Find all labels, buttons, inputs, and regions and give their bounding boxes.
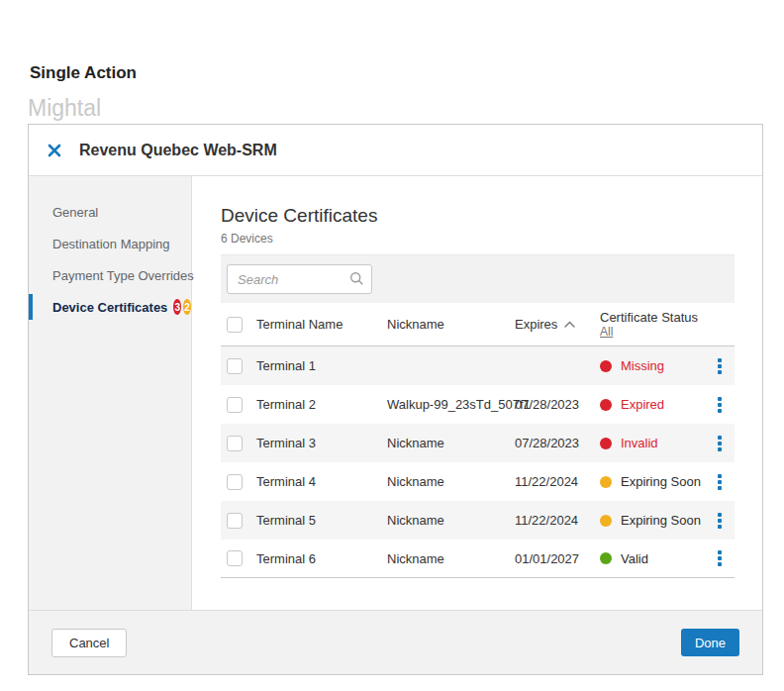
sidebar-item-label: Payment Type Overrides — [52, 268, 194, 283]
expires-date: 11/22/2024 — [515, 513, 600, 528]
table-row: Terminal 1 Missing — [221, 346, 735, 385]
status-label: Expiring Soon — [621, 513, 701, 528]
done-button[interactable]: Done — [681, 629, 739, 656]
certificate-status: Invalid — [600, 436, 705, 450]
expires-date: 11/22/2024 — [515, 474, 600, 489]
row-checkbox[interactable] — [227, 397, 243, 413]
device-count: 6 Devices — [221, 232, 735, 247]
table-row: Terminal 6 Nickname 01/01/2027 Valid — [221, 540, 735, 578]
select-all-cell — [221, 317, 256, 333]
row-menu-kebab-icon[interactable] — [714, 393, 726, 417]
nickname: Nickname — [387, 474, 515, 489]
col-certificate-status: Certificate Status All — [600, 310, 705, 340]
row-menu-kebab-icon[interactable] — [714, 432, 726, 455]
expires-date: 01/01/2027 — [515, 551, 600, 566]
terminal-name: Terminal 4 — [256, 474, 387, 489]
page-title: Single Action — [30, 63, 137, 83]
col-status-label: Certificate Status — [600, 310, 705, 325]
col-expires-sort[interactable]: Expires — [515, 317, 600, 332]
row-checkbox[interactable] — [227, 358, 243, 374]
active-indicator-bar — [29, 294, 33, 320]
status-label: Missing — [621, 358, 664, 373]
status-dot-icon — [600, 399, 612, 411]
terminal-name: Terminal 2 — [256, 397, 387, 412]
modal-header: Revenu Quebec Web-SRM — [29, 125, 762, 176]
col-terminal-name: Terminal Name — [256, 317, 387, 332]
status-label: Invalid — [621, 436, 658, 450]
certificate-status: Expiring Soon — [600, 513, 705, 528]
row-menu-kebab-icon[interactable] — [714, 546, 726, 570]
row-menu-kebab-icon[interactable] — [714, 509, 726, 533]
sidebar-item-label: Destination Mapping — [52, 237, 170, 251]
nickname: Nickname — [387, 551, 515, 566]
modal-body: General Destination Mapping Payment Type… — [29, 176, 762, 610]
sidebar-item-device-certificates[interactable]: Device Certificates 3 2 — [29, 291, 191, 323]
certificate-status: Valid — [600, 551, 705, 566]
row-checkbox[interactable] — [227, 513, 243, 529]
status-dot-icon — [600, 515, 612, 527]
terminal-name: Terminal 5 — [256, 513, 387, 528]
col-nickname: Nickname — [387, 317, 515, 332]
certificate-status: Missing — [600, 358, 705, 373]
chevron-up-icon — [564, 321, 575, 328]
certificate-status: Expiring Soon — [600, 474, 705, 489]
search-field-wrap — [227, 264, 372, 294]
row-menu-kebab-icon[interactable] — [714, 354, 726, 378]
status-label: Expired — [621, 397, 664, 412]
search-input[interactable] — [227, 264, 372, 294]
status-dot-icon — [600, 360, 612, 372]
sidebar: General Destination Mapping Payment Type… — [29, 176, 192, 610]
status-dot-icon — [600, 552, 612, 564]
sidebar-item-label: General — [52, 205, 98, 220]
warning-count-badge: 2 — [183, 299, 191, 315]
col-expires-label: Expires — [515, 317, 557, 332]
sidebar-item-label: Device Certificates — [52, 300, 167, 315]
table-toolbar — [221, 254, 735, 303]
status-dot-icon — [600, 476, 612, 488]
sidebar-item-general[interactable]: General — [29, 196, 191, 228]
row-checkbox[interactable] — [227, 550, 243, 566]
terminal-name: Terminal 3 — [256, 436, 387, 450]
content-title: Device Certificates — [221, 204, 735, 228]
expires-date: 07/28/2023 — [515, 436, 600, 450]
table-row: Terminal 5 Nickname 11/22/2024 Expiring … — [221, 501, 735, 540]
status-dot-icon — [600, 438, 612, 449]
error-count-badge: 3 — [173, 299, 181, 315]
status-filter-all-link[interactable]: All — [600, 325, 613, 340]
status-label: Expiring Soon — [621, 474, 701, 489]
row-menu-kebab-icon[interactable] — [714, 470, 726, 494]
expires-date: 07/28/2023 — [515, 397, 600, 412]
nickname: Nickname — [387, 436, 515, 450]
status-label: Valid — [621, 551, 648, 566]
terminal-name: Terminal 6 — [256, 551, 387, 566]
modal-footer: Cancel Done — [29, 610, 762, 674]
close-icon[interactable] — [47, 143, 62, 158]
revenu-quebec-modal: Revenu Quebec Web-SRM General Destinatio… — [28, 124, 763, 675]
terminal-name: Terminal 1 — [256, 358, 387, 373]
table-row: Terminal 3 Nickname 07/28/2023 Invalid — [221, 424, 735, 462]
table-row: Terminal 2 Walkup-99_23sTd_507f1 07/28/2… — [221, 385, 735, 424]
sidebar-item-destination-mapping[interactable]: Destination Mapping — [29, 228, 191, 259]
certificate-status: Expired — [600, 397, 705, 412]
modal-title: Revenu Quebec Web-SRM — [79, 142, 277, 159]
sidebar-item-payment-type-overrides[interactable]: Payment Type Overrides — [29, 259, 191, 291]
page-subtitle: Mightal — [28, 95, 101, 122]
nickname: Walkup-99_23sTd_507f1 — [387, 397, 515, 412]
table-header-row: Terminal Name Nickname Expires Certifica… — [221, 303, 735, 346]
row-checkbox[interactable] — [227, 436, 243, 451]
nickname: Nickname — [387, 513, 515, 528]
cancel-button[interactable]: Cancel — [51, 629, 127, 657]
table-row: Terminal 4 Nickname 11/22/2024 Expiring … — [221, 462, 735, 501]
content-panel: Device Certificates 6 Devices — [192, 176, 762, 610]
select-all-checkbox[interactable] — [227, 317, 243, 333]
x-glyph — [48, 144, 61, 157]
row-checkbox[interactable] — [227, 474, 243, 490]
